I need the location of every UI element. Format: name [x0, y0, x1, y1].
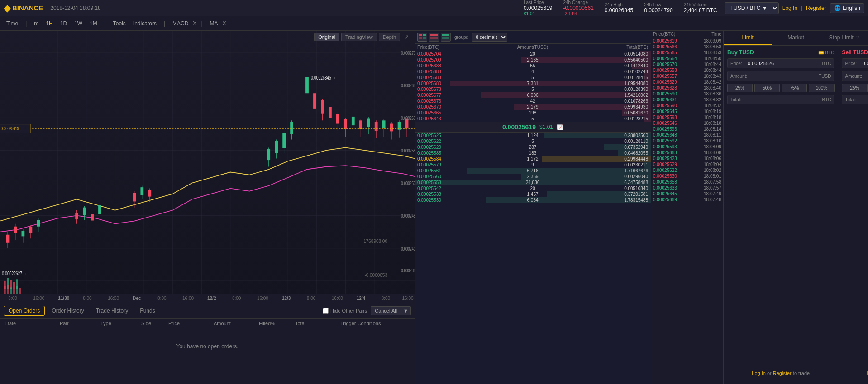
ob-sell-row[interactable]: 0.000256651980.05081670 — [415, 110, 651, 116]
ob-sell-row[interactable]: 0.00025673420.01078266 — [415, 98, 651, 104]
th-data-row[interactable]: 0.0002559818:08:18 — [651, 114, 723, 120]
th-data-row[interactable]: 0.0002565818:07:58 — [651, 179, 723, 185]
trading-tab-stoplimit[interactable]: Stop-Limit ? — [820, 31, 868, 45]
th-data-row[interactable]: 0.0002564518:07:49 — [651, 191, 723, 197]
ob-buy-row[interactable]: 0.000256202870.07352940 — [415, 144, 651, 150]
buy-pct-100[interactable]: 100% — [809, 84, 834, 92]
th-data-row[interactable]: 0.0002566418:08:50 — [651, 56, 723, 62]
th-data-row[interactable]: 0.0002565718:08:43 — [651, 73, 723, 79]
th-data-row[interactable]: 0.0002559018:08:36 — [651, 91, 723, 97]
ob-view-buy[interactable] — [441, 33, 451, 42]
toolbar-1month[interactable]: 1M — [87, 19, 100, 28]
ob-sell-row[interactable]: 0.0002568350.00128415 — [415, 75, 651, 81]
ob-buy-row[interactable]: 0.000255851830.04682055 — [415, 150, 651, 156]
th-data-row[interactable]: 0.0002564518:08:19 — [651, 109, 723, 114]
ob-sell-row[interactable]: 0.00025688550.01412840 — [415, 63, 651, 69]
toolbar-1d[interactable]: 1D — [57, 19, 70, 28]
toolbar-1w[interactable]: 1W — [72, 19, 85, 28]
cancel-all-dropdown[interactable]: ▼ — [401, 306, 411, 315]
th-data-row[interactable]: 0.0002566918:07:48 — [651, 197, 723, 203]
pair-selector[interactable]: TUSD / BTC ▼ — [725, 2, 779, 14]
hide-other-pairs-label[interactable]: Hide Other Pairs — [330, 308, 367, 313]
buy-login-link[interactable]: Log In — [752, 370, 766, 376]
buy-pct-25[interactable]: 25% — [727, 84, 753, 92]
th-data-row[interactable]: 0.0002562918:08:42 — [651, 79, 723, 85]
ob-buy-row[interactable]: 0.000255331,4570.37201581 — [415, 191, 651, 197]
ob-sell-row[interactable]: 0.00025704200.00514080 — [415, 51, 651, 57]
ob-buy-row[interactable]: 0.000255841,1720.29984448 — [415, 156, 651, 162]
th-data-row[interactable]: 0.0002563118:08:32 — [651, 97, 723, 103]
th-data-row[interactable]: 0.0002559318:08:09 — [651, 144, 723, 150]
th-data-row[interactable]: 0.0002559018:08:32 — [651, 103, 723, 109]
chart-tab-tradingview[interactable]: TradingView — [341, 33, 377, 41]
stoplimit-help-icon[interactable]: ? — [856, 35, 859, 40]
tab-funds[interactable]: Funds — [135, 306, 160, 316]
th-data-row[interactable]: 0.0002563018:08:01 — [651, 173, 723, 179]
th-data-row[interactable]: 0.0002542318:08:06 — [651, 156, 723, 161]
buy-price-input[interactable] — [746, 59, 819, 68]
sell-amount-input[interactable] — [865, 71, 868, 81]
ob-buy-row[interactable]: 0.0002555824,8366.34758488 — [415, 180, 651, 185]
sell-price-input[interactable] — [860, 59, 868, 68]
ob-sell-row[interactable]: 0.000256702,1790.59934930 — [415, 104, 651, 110]
ob-buy-row[interactable]: 0.000256251,1240.28802500 — [415, 133, 651, 138]
th-data-row[interactable]: 0.0002565818:08:44 — [651, 67, 723, 73]
ob-sell-row[interactable]: 0.0002567850.00128390 — [415, 86, 651, 92]
toolbar-ma[interactable]: MA — [207, 19, 221, 28]
tab-trade-history[interactable]: Trade History — [91, 306, 134, 316]
ob-decimals-selector[interactable]: 8 decimals 6 decimals 4 decimals — [472, 33, 507, 42]
th-data-row[interactable]: 0.0002562818:08:40 — [651, 85, 723, 91]
ob-view-sell[interactable] — [429, 33, 439, 42]
th-data-row[interactable]: 0.0002563318:07:57 — [651, 185, 723, 191]
toolbar-1h[interactable]: 1H — [43, 19, 55, 28]
toolbar-indicators[interactable]: Indicators — [130, 19, 159, 28]
login-button[interactable]: Log In — [782, 5, 797, 11]
buy-pct-50[interactable]: 50% — [754, 84, 780, 92]
ob-buy-row[interactable]: 0.000255306,0841.78315488 — [415, 197, 651, 203]
th-data-row[interactable]: 0.0002561918:09:09 — [651, 38, 723, 44]
ob-buy-row[interactable]: 0.0002562250.00128110 — [415, 138, 651, 144]
th-data-row[interactable]: 0.0002567018:08:44 — [651, 62, 723, 67]
th-data-row[interactable]: 0.0002564818:08:11 — [651, 132, 723, 138]
th-data-row[interactable]: 0.0002556518:08:53 — [651, 50, 723, 56]
toolbar-macd[interactable]: MACD — [170, 19, 191, 28]
ob-view-combined[interactable] — [417, 33, 427, 42]
ob-sell-row[interactable]: 0.0002568840.00102744 — [415, 69, 651, 75]
ob-sell-row[interactable]: 0.0002564350.00128215 — [415, 116, 651, 122]
th-data-row[interactable]: 0.0002556618:08:58 — [651, 44, 723, 50]
ob-buy-row[interactable]: 0.00025542200.00510840 — [415, 185, 651, 191]
chart-tab-original[interactable]: Original — [314, 33, 339, 41]
trading-tab-market[interactable]: Market — [772, 31, 820, 45]
ob-sell-row[interactable]: 0.000256807,3811.89544080 — [415, 81, 651, 86]
tab-open-orders[interactable]: Open Orders — [4, 306, 45, 316]
tab-order-history[interactable]: Order History — [47, 306, 89, 316]
th-data-row[interactable]: 0.0002566318:08:08 — [651, 150, 723, 156]
chart-tab-depth[interactable]: Depth — [379, 33, 400, 41]
ob-sell-row[interactable]: 0.000256776,0061.54216062 — [415, 92, 651, 98]
toolbar-tools[interactable]: Tools — [110, 19, 129, 28]
chart-expand-icon[interactable]: ⤢ — [402, 33, 411, 42]
toolbar-1m[interactable]: m — [31, 19, 41, 28]
sell-pct-25[interactable]: 25% — [842, 84, 867, 92]
language-selector[interactable]: 🌐 English — [830, 3, 864, 13]
cancel-all-button[interactable]: Cancel All — [371, 306, 401, 315]
th-data-row[interactable]: 0.0002564618:08:18 — [651, 120, 723, 126]
ob-buy-row[interactable]: 0.0002557990.00230211 — [415, 162, 651, 168]
hide-other-pairs-checkbox[interactable] — [323, 308, 329, 314]
toolbar-ma-close[interactable]: X — [223, 20, 226, 27]
th-data-row[interactable]: 0.0002559318:08:14 — [651, 126, 723, 132]
th-data-row[interactable]: 0.0002562918:08:04 — [651, 161, 723, 167]
register-button[interactable]: Register — [806, 5, 826, 11]
buy-register-link[interactable]: Register — [773, 370, 792, 376]
ob-buy-row[interactable]: 0.000255616,7161.71667676 — [415, 168, 651, 174]
ob-sell-row[interactable]: 0.000257092,1650.55640500 — [415, 57, 651, 63]
buy-pct-75[interactable]: 75% — [782, 84, 807, 92]
trading-tab-limit[interactable]: Limit — [724, 31, 772, 45]
th-data-row[interactable]: 0.0002562218:08:02 — [651, 167, 723, 173]
th-data-row[interactable]: 0.0002559218:08:10 — [651, 138, 723, 144]
current-price-row[interactable]: 0.00025619 $1.01 📈 — [415, 122, 651, 133]
toolbar-macd-close[interactable]: X — [193, 20, 196, 27]
buy-amount-input[interactable] — [750, 71, 816, 81]
ob-buy-row[interactable]: 0.000255602,3590.60296040 — [415, 174, 651, 180]
toolbar-time[interactable]: Time — [4, 19, 21, 28]
